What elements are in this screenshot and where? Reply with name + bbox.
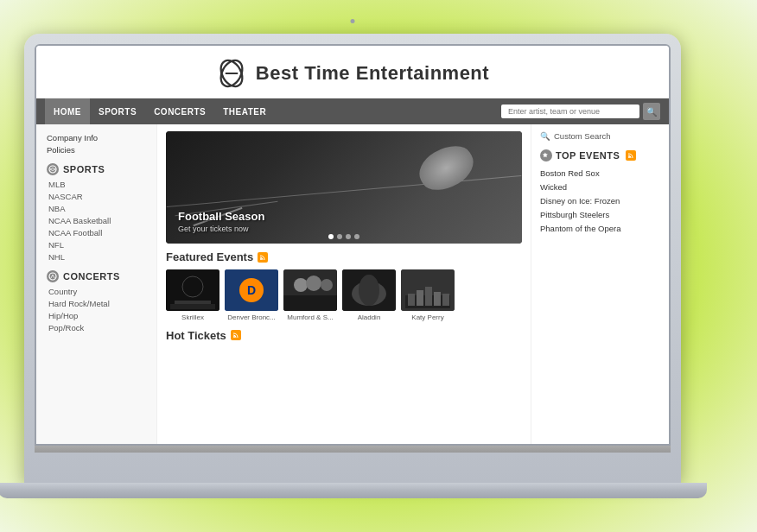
concerts-icon: [47, 270, 59, 282]
hot-tickets-title: Hot Tickets: [166, 329, 226, 342]
nav-theater[interactable]: THEATER: [214, 98, 275, 124]
featured-item-katy[interactable]: Katy Perry: [401, 269, 455, 322]
nav-search-area: 🔍: [501, 103, 660, 120]
top-events-header: TOP EVENTS: [540, 149, 660, 162]
sidebar-nfl[interactable]: NFL: [47, 240, 146, 250]
featured-thumb-katy: [401, 269, 455, 311]
nav-bar: HOME SPORTS CONCERTS THEATER 🔍: [36, 98, 669, 124]
featured-name-mumford: Mumford & S...: [283, 314, 337, 322]
search-input[interactable]: [501, 104, 639, 118]
featured-item-mumford[interactable]: Mumford & S...: [283, 269, 337, 322]
right-sidebar: 🔍 Custom Search TOP EVENTS: [531, 124, 669, 446]
sidebar-nascar[interactable]: NASCAR: [47, 192, 146, 201]
featured-rss-icon: [258, 252, 268, 263]
center-content: Football Season Get your tickets now Fea…: [157, 124, 531, 446]
laptop-base: [0, 483, 707, 498]
svg-point-28: [233, 336, 235, 338]
top-events-title: TOP EVENTS: [556, 150, 620, 161]
site-header: Best Time Entertainment: [36, 46, 669, 98]
svg-point-5: [260, 258, 262, 260]
hot-tickets-header: Hot Tickets: [166, 329, 522, 342]
featured-name-denver: Denver Bronc...: [225, 314, 278, 322]
featured-item-denver[interactable]: D Denver Bronc...: [225, 269, 278, 322]
sidebar-company-info[interactable]: Company Info: [47, 133, 146, 142]
featured-name-katy: Katy Perry: [401, 314, 455, 322]
featured-item-skrillex[interactable]: Skrillex: [166, 269, 219, 322]
svg-rect-17: [283, 295, 337, 311]
svg-rect-23: [408, 294, 415, 306]
custom-search-label: Custom Search: [554, 131, 610, 141]
svg-point-20: [359, 275, 379, 306]
football-shape: [412, 137, 480, 199]
svg-rect-9: [170, 304, 215, 309]
sidebar-nhl[interactable]: NHL: [47, 252, 146, 262]
hero-title: Football Season: [178, 210, 264, 223]
svg-point-15: [306, 276, 321, 291]
featured-grid: Skrillex D Denver Bronc...: [166, 269, 522, 322]
hero-subtitle: Get your tickets now: [178, 225, 264, 233]
featured-name-skrillex: Skrillex: [166, 314, 219, 322]
sidebar-ncaa-basketball[interactable]: NCAA Basketball: [47, 216, 146, 225]
sports-icon: [47, 163, 59, 175]
main-content: Company Info Policies SPORTS MLB NASCAR: [36, 124, 669, 446]
laptop-screen: Best Time Entertainment HOME SPORTS CONC…: [35, 44, 671, 446]
hero-banner[interactable]: Football Season Get your tickets now: [166, 131, 522, 244]
custom-search-link[interactable]: 🔍 Custom Search: [540, 131, 660, 141]
svg-point-16: [321, 279, 333, 291]
site-logo-icon: [216, 58, 247, 89]
top-event-disney-frozen[interactable]: Disney on Ice: Frozen: [540, 196, 660, 206]
sidebar-nba[interactable]: NBA: [47, 204, 146, 213]
sidebar-poprock[interactable]: Pop/Rock: [47, 323, 146, 332]
sidebar-policies[interactable]: Policies: [47, 145, 146, 155]
hero-dot-4[interactable]: [354, 234, 359, 239]
top-event-phantom[interactable]: Phantom of the Opera: [540, 224, 660, 233]
concerts-section-header: CONCERTS: [47, 270, 146, 282]
hero-carousel-dots: [328, 234, 359, 239]
left-sidebar: Company Info Policies SPORTS MLB NASCAR: [36, 124, 157, 446]
svg-text:D: D: [247, 283, 256, 297]
svg-rect-27: [442, 294, 449, 306]
hero-dot-1[interactable]: [328, 234, 334, 239]
sports-title: SPORTS: [63, 164, 105, 174]
featured-item-aladdin[interactable]: Aladdin: [342, 269, 396, 322]
sidebar-country[interactable]: Country: [47, 287, 146, 296]
featured-thumb-denver: D: [225, 269, 278, 311]
custom-search-icon: 🔍: [540, 131, 550, 141]
nav-concerts[interactable]: CONCERTS: [145, 98, 214, 124]
top-event-steelers[interactable]: Pittsburgh Steelers: [540, 210, 660, 219]
sidebar-ncaa-football[interactable]: NCAA Football: [47, 228, 146, 238]
webcam-dot: [351, 19, 355, 23]
sidebar-hard-rock[interactable]: Hard Rock/Metal: [47, 299, 146, 308]
top-events-icon: [540, 149, 552, 162]
svg-rect-26: [434, 292, 441, 306]
laptop-hinge: [35, 446, 671, 453]
featured-events-header: Featured Events: [166, 250, 522, 263]
laptop-screen-bezel: Best Time Entertainment HOME SPORTS CONC…: [24, 34, 681, 483]
featured-events-title: Featured Events: [166, 250, 253, 263]
sidebar-mlb[interactable]: MLB: [47, 180, 146, 189]
search-button[interactable]: 🔍: [643, 103, 660, 120]
hero-text: Football Season Get your tickets now: [178, 210, 264, 233]
featured-thumb-skrillex: [166, 269, 219, 311]
top-events-rss-icon: [626, 150, 636, 161]
football-graphic: [418, 149, 479, 192]
svg-point-31: [628, 156, 630, 158]
laptop-frame: Best Time Entertainment HOME SPORTS CONC…: [24, 34, 733, 498]
featured-thumb-aladdin: [342, 269, 396, 311]
sports-section-header: SPORTS: [47, 163, 146, 175]
sidebar-hiphop[interactable]: Hip/Hop: [47, 311, 146, 320]
nav-home[interactable]: HOME: [45, 98, 90, 124]
svg-rect-24: [417, 290, 423, 306]
svg-point-14: [294, 278, 308, 292]
featured-thumb-mumford: [283, 269, 337, 311]
concerts-title: CONCERTS: [63, 271, 120, 282]
top-event-red-sox[interactable]: Boston Red Sox: [540, 168, 660, 178]
site-title: Best Time Entertainment: [256, 62, 489, 85]
hot-tickets-rss-icon: [231, 330, 241, 340]
featured-name-aladdin: Aladdin: [342, 314, 396, 322]
svg-rect-25: [425, 287, 432, 306]
nav-sports[interactable]: SPORTS: [90, 98, 145, 124]
hero-dot-2[interactable]: [337, 234, 342, 239]
top-event-wicked[interactable]: Wicked: [540, 182, 660, 192]
hero-dot-3[interactable]: [346, 234, 351, 239]
